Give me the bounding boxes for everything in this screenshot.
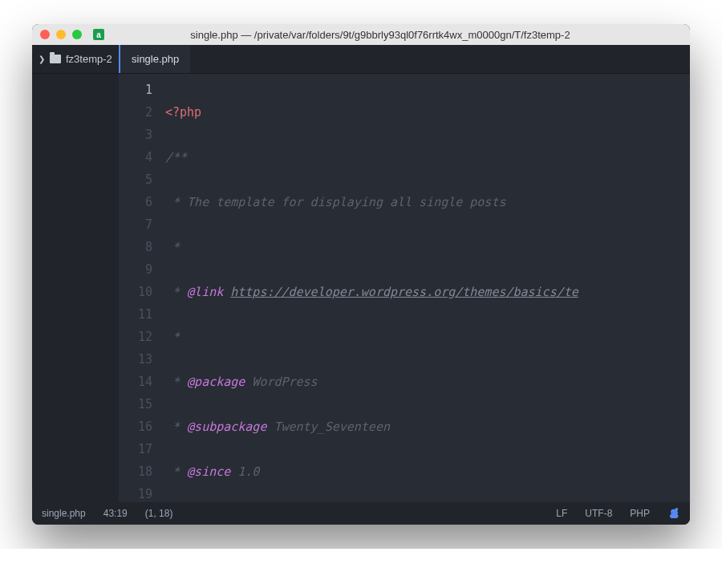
line-number: 5 (119, 168, 152, 191)
editor-body: 12345678910111213141516171819 <?php /** … (32, 74, 690, 502)
line-number: 6 (119, 191, 152, 213)
tab-bar: single.php (119, 45, 690, 73)
status-encoding[interactable]: UTF-8 (585, 508, 612, 519)
line-number: 8 (119, 236, 152, 258)
top-bar: ❯ fz3temp-2 single.php (32, 45, 690, 74)
code-token: * (165, 420, 187, 434)
line-number: 17 (119, 438, 152, 460)
line-number: 9 (119, 258, 152, 281)
zoom-icon[interactable] (72, 30, 82, 39)
status-language[interactable]: PHP (630, 508, 650, 519)
tree-root[interactable]: ❯ fz3temp-2 (32, 45, 119, 73)
chevron-right-icon: ❯ (39, 55, 45, 63)
line-number: 4 (119, 146, 152, 168)
status-cursor-pos[interactable]: (1, 18) (145, 508, 173, 519)
tree-folder-label: fz3temp-2 (66, 53, 112, 65)
line-number: 3 (119, 124, 152, 146)
code-token: /** (165, 150, 187, 164)
code-token: WordPress (245, 375, 317, 389)
line-number: 1 (119, 79, 152, 101)
line-number: 19 (119, 483, 152, 502)
editor-pane[interactable]: 12345678910111213141516171819 <?php /** … (119, 74, 690, 502)
code-token: https://developer.wordpress.org/themes/b… (230, 285, 578, 299)
code-token: @subpackage (187, 420, 266, 434)
line-number: 11 (119, 303, 152, 326)
minimize-icon[interactable] (56, 30, 66, 39)
line-number: 14 (119, 371, 152, 393)
code-token: * (165, 285, 187, 299)
code-token: <?php (165, 105, 201, 120)
traffic-lights (40, 30, 82, 39)
close-icon[interactable] (40, 30, 50, 39)
sidebar[interactable] (32, 74, 119, 502)
code-token (223, 285, 230, 299)
code-token: * (165, 375, 187, 389)
titlebar[interactable]: a single.php — /private/var/folders/9t/g… (32, 24, 690, 45)
code-token: * (165, 464, 187, 479)
code-token: * (165, 330, 180, 344)
code-token: 1.0 (230, 464, 259, 479)
code-token: Twenty_Seventeen (266, 420, 390, 434)
line-number: 16 (119, 416, 152, 438)
window-title: single.php — /private/var/folders/9t/g9b… (111, 29, 682, 41)
line-number: 13 (119, 348, 152, 371)
file-type-icon: a (93, 29, 104, 40)
line-number: 15 (119, 393, 152, 416)
status-eol[interactable]: LF (556, 508, 567, 519)
status-size[interactable]: 43:19 (103, 508, 128, 519)
editor-window: a single.php — /private/var/folders/9t/g… (32, 24, 690, 525)
code-token: @link (187, 285, 223, 299)
line-number-gutter: 12345678910111213141516171819 (119, 74, 164, 502)
tab-label: single.php (132, 53, 179, 65)
code-area[interactable]: <?php /** * The template for displaying … (164, 74, 690, 502)
folder-icon (50, 55, 61, 63)
line-number: 18 (119, 460, 152, 483)
status-bar: single.php 43:19 (1, 18) LF UTF-8 PHP (32, 502, 690, 525)
tab-single-php[interactable]: single.php (119, 45, 190, 73)
line-number: 10 (119, 281, 152, 303)
code-token: @since (187, 464, 230, 479)
line-number: 7 (119, 213, 152, 236)
line-number: 2 (119, 101, 152, 124)
code-token: * (165, 240, 180, 254)
code-token: * The template for displaying all single… (165, 195, 505, 209)
code-token: @package (187, 375, 245, 389)
line-number: 12 (119, 326, 152, 348)
status-file[interactable]: single.php (42, 508, 86, 519)
squirrel-icon[interactable] (667, 507, 680, 520)
